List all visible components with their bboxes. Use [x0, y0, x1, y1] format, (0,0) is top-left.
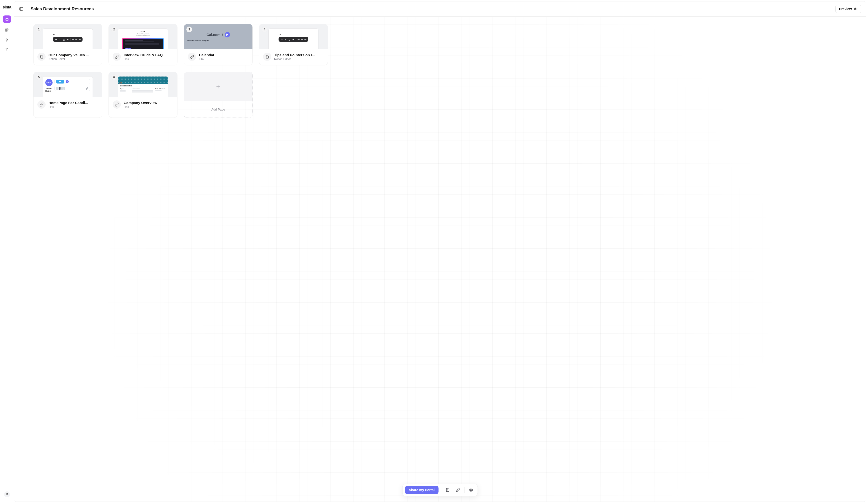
nav-portal-icon[interactable]: [3, 16, 11, 23]
card-title: Tips and Pointers on I...: [274, 53, 315, 57]
preview-eye-icon[interactable]: [467, 486, 475, 494]
card-title: Company Overview: [124, 101, 157, 105]
preview-button[interactable]: Preview: [836, 5, 861, 13]
file-icon: [263, 53, 271, 61]
editor-toolbar-preview: BIUS: [53, 37, 83, 42]
twitter-icon: [56, 80, 64, 83]
play-icon: [225, 32, 230, 38]
card-title: Interview Guide & FAQ: [124, 53, 163, 57]
preview-button-label: Preview: [839, 7, 852, 11]
page-card[interactable]: 4 BIUS: [259, 24, 328, 66]
card-thumbnail: Cal.com / Meet Mohamed Shegow: [184, 24, 252, 49]
page-card[interactable]: 6 🎮 Documentation Pages Documentation Ta…: [108, 72, 177, 118]
link-icon: [113, 53, 121, 61]
nav-settings-icon[interactable]: [4, 46, 10, 52]
card-thumbnail: sinta JamesDune: [33, 72, 102, 97]
card-subtitle: Link: [49, 105, 88, 109]
bottom-dock: Share my Portal: [402, 484, 478, 496]
card-subtitle: Link: [199, 58, 214, 61]
divider: [27, 7, 27, 11]
card-number-badge: 5: [36, 74, 42, 80]
brand-logo: sinta: [3, 5, 11, 10]
page-card[interactable]: 5 sinta JamesDune: [33, 72, 102, 118]
link-icon: [37, 100, 45, 109]
link-icon: [188, 53, 196, 61]
gamepad-icon: 🎮: [119, 82, 123, 85]
plus-icon: [216, 84, 221, 89]
document-icon[interactable]: [443, 486, 452, 494]
canvas: 1 BIUS: [14, 17, 866, 502]
left-rail: sinta M: [0, 0, 14, 503]
cursor-icon: [279, 33, 281, 35]
card-title: Calendar: [199, 53, 214, 57]
page-card[interactable]: 2 Sinta The workflow platform for modern…: [108, 24, 177, 66]
card-number-badge: 6: [111, 74, 117, 80]
sidebar-toggle-icon[interactable]: [19, 7, 24, 11]
card-title: HomePage For Candi...: [49, 101, 88, 105]
add-page-label: Add Page: [184, 101, 252, 118]
page-card[interactable]: 3 Cal.com / Meet Mohamed Shegow: [184, 24, 253, 66]
link-icon: [86, 87, 89, 90]
card-subtitle: Link: [124, 58, 163, 61]
svg-rect-0: [6, 19, 8, 21]
svg-rect-1: [6, 29, 7, 29]
card-thumbnail: BIUS: [33, 24, 102, 49]
avatar-icon: sinta: [45, 79, 53, 86]
link-icon: [113, 100, 121, 109]
play-icon: [66, 80, 69, 83]
card-title: Our Company Values ...: [49, 53, 89, 57]
nav-apps-icon[interactable]: [4, 27, 10, 33]
card-subtitle: Link: [124, 105, 157, 109]
card-number-badge: 3: [186, 27, 192, 32]
card-thumbnail: 🎮 Documentation Pages Documentation Tabl…: [109, 72, 177, 97]
svg-point-7: [855, 9, 856, 9]
card-subtitle: Notion Editor: [274, 58, 315, 61]
cursor-icon: [53, 34, 55, 36]
card-number-badge: 1: [36, 27, 42, 32]
page-title: Sales Development Resources: [31, 7, 94, 12]
card-thumbnail: BIUS: [259, 24, 328, 49]
svg-rect-3: [6, 30, 7, 31]
svg-point-5: [6, 50, 7, 50]
add-page-button[interactable]: Add Page: [184, 72, 253, 118]
eye-icon: [854, 7, 858, 11]
svg-rect-2: [7, 29, 8, 29]
share-portal-button[interactable]: Share my Portal: [405, 486, 438, 494]
svg-rect-6: [20, 8, 23, 10]
card-thumbnail: Sinta The workflow platform for modern p…: [109, 24, 177, 49]
page-card[interactable]: 1 BIUS: [33, 24, 102, 66]
svg-point-8: [471, 490, 472, 491]
svg-point-4: [7, 48, 8, 49]
card-number-badge: 2: [111, 27, 117, 32]
nav-automation-icon[interactable]: [4, 37, 10, 42]
card-number-badge: 4: [262, 27, 267, 32]
header: Sales Development Resources Preview: [14, 1, 866, 17]
card-subtitle: Notion Editor: [49, 58, 89, 61]
user-avatar[interactable]: M: [4, 491, 10, 497]
file-icon: [37, 53, 45, 61]
main-panel: Sales Development Resources Preview 1 BI…: [14, 1, 866, 502]
link-icon[interactable]: [454, 486, 462, 494]
editor-toolbar-preview: BIUS: [279, 37, 308, 42]
cards-grid: 1 BIUS: [19, 24, 861, 118]
